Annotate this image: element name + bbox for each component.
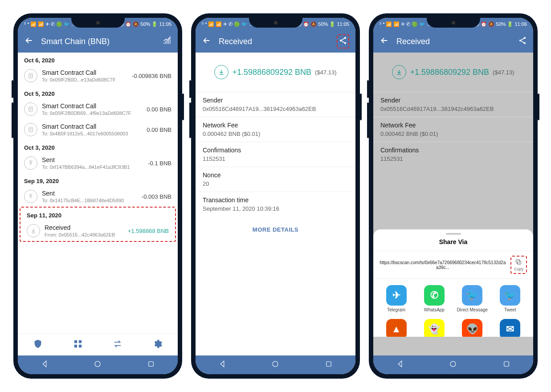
more-details-button[interactable]: MORE DETAILS (196, 216, 355, 243)
app-icon: ✆ (424, 285, 445, 306)
received-usd: ($47.13) (315, 69, 336, 76)
date-header: Oct 5, 2020 (18, 86, 178, 99)
copy-label: Copy (514, 267, 523, 271)
share-title: Share Via (373, 238, 533, 251)
nav-back-icon[interactable] (218, 360, 226, 370)
detail-label: Confirmations (380, 147, 526, 154)
tx-amount: -0.009836 BNB (132, 73, 171, 79)
share-icon[interactable] (337, 34, 349, 49)
nav-home-icon[interactable] (94, 360, 102, 370)
date-header: Oct 6, 2020 (18, 53, 178, 65)
app-bar: Received (196, 30, 355, 53)
share-app[interactable]: ✈Telegram (380, 285, 413, 313)
share-url: https://bscscan.com/tx/0x66e7a7266968023… (380, 260, 506, 270)
app-icon: 🐦 (462, 285, 482, 306)
transaction-row[interactable]: ReceivedFrom: 0x05516...42c4963a62EB+1.5… (20, 220, 175, 241)
tx-icon (24, 156, 37, 170)
back-icon[interactable] (202, 36, 212, 47)
date-header: Sep 19, 2020 (18, 173, 178, 186)
tx-amount: 0.00 BNB (147, 106, 171, 113)
transaction-row[interactable]: SentTo: 0x14175cB4E...1B68748e4D5890-0.0… (18, 186, 178, 207)
detail-label: Sender (203, 97, 348, 104)
share-app[interactable]: 🐦Direct Message (456, 285, 489, 313)
svg-rect-5 (74, 344, 77, 347)
app-bar: Received (373, 30, 533, 53)
detail-label: Network Fee (203, 122, 348, 129)
tx-title: Smart Contract Call (42, 123, 144, 130)
apps-icon[interactable] (73, 339, 83, 351)
nav-back-icon[interactable] (41, 360, 49, 370)
share-icon[interactable] (518, 36, 527, 47)
detail-row: Network Fee0.000462 BNB ($0.01) (373, 117, 533, 142)
detail-row: Transaction timeSeptember 11, 2020 10:39… (196, 192, 355, 216)
status-left: ³ ⁴ 📶 📶 ✈ ✆ 🟢 🐦 … (202, 21, 254, 27)
date-header: Oct 3, 2020 (18, 140, 178, 153)
share-app[interactable]: ▲ (380, 319, 413, 337)
chart-icon[interactable] (163, 36, 171, 47)
nav-home-icon[interactable] (449, 360, 457, 370)
detail-value: September 11, 2020 10:39:16 (203, 205, 348, 212)
phone-1: ³ ⁴ 📶 📶 ✈ ✆ 🟢 🐦 … Ⓝ ⏰ 🔕 50% 🔋 11:05 Smar… (13, 13, 182, 379)
share-app[interactable]: 👻 (417, 319, 451, 337)
share-sheet: Share Via https://bscscan.com/tx/0x66e7a… (373, 229, 533, 337)
app-icon: 🐦 (500, 285, 520, 306)
app-icon: ✈ (386, 285, 407, 306)
share-apps-row-1: ✈Telegram✆WhatsApp🐦Direct Message🐦Tweet (373, 279, 533, 319)
tx-title: Received (45, 224, 125, 231)
nav-recent-icon[interactable] (147, 360, 155, 370)
svg-rect-4 (78, 340, 81, 343)
status-right: Ⓝ ⏰ 🔕 50% 🔋 11:05 (119, 21, 171, 28)
nav-home-icon[interactable] (271, 360, 279, 370)
tx-subtitle: To: 0x05fF2B0D...e13aDd608C7F (42, 77, 129, 82)
svg-rect-13 (327, 362, 331, 367)
detail-label: Transaction time (203, 196, 348, 204)
status-right: Ⓝ ⏰ 🔕 50% 🔋 11:05 (297, 21, 349, 28)
share-app[interactable]: 👽 (456, 319, 489, 337)
detail-label: Network Fee (380, 122, 526, 129)
detail-value: 0.000462 BNB ($0.01) (203, 131, 348, 137)
detail-value: 0.000462 BNB ($0.01) (380, 131, 526, 137)
transaction-row[interactable]: Smart Contract CallTo: 0x05fF2B0DB69...4… (18, 99, 178, 119)
drag-handle[interactable] (446, 233, 461, 235)
tx-icon (24, 123, 37, 136)
svg-rect-6 (78, 344, 81, 347)
transaction-list[interactable]: Oct 6, 2020Smart Contract CallTo: 0x05fF… (18, 53, 178, 333)
tx-title: Smart Contract Call (42, 69, 129, 76)
system-nav (373, 355, 533, 374)
detail-value: 1152531 (203, 155, 348, 162)
nav-recent-icon[interactable] (325, 360, 333, 370)
svg-rect-8 (149, 362, 154, 367)
tx-subtitle: To: 0x14175cB4E...1B68748e4D5890 (42, 198, 139, 203)
svg-point-7 (95, 361, 100, 367)
nav-back-icon[interactable] (396, 360, 404, 370)
share-app[interactable]: 🐦Tweet (494, 285, 527, 313)
tx-amount: +1.598868 BNB (128, 228, 169, 234)
transaction-row[interactable]: Smart Contract CallTo: 0x4B0F1812e5...40… (18, 119, 178, 140)
tx-amount: 0.00 BNB (147, 127, 171, 133)
svg-rect-17 (518, 261, 521, 264)
back-icon[interactable] (24, 36, 34, 47)
back-icon[interactable] (380, 36, 389, 47)
app-label: WhatsApp (417, 307, 451, 313)
download-icon (214, 65, 229, 79)
swap-icon[interactable] (113, 339, 122, 351)
transaction-row[interactable]: Smart Contract CallTo: 0x05fF2B0D...e13a… (18, 65, 178, 86)
copy-button[interactable]: Copy (510, 256, 527, 274)
detail-row: Sender0x05516Cd46917A19...381942c4963a62… (373, 92, 533, 117)
transaction-row[interactable]: SentTo: 0xf147BB6394a...841eF41a3fC83B1-… (18, 153, 178, 173)
status-left: ³ ⁴ 📶 📶 ✈ ✆ 🟢 🐦 … (24, 21, 76, 27)
tx-icon (24, 102, 37, 116)
share-app[interactable]: ✉ (494, 319, 527, 337)
nav-recent-icon[interactable] (502, 360, 510, 370)
shield-icon[interactable] (33, 339, 43, 351)
tx-subtitle: To: 0xf147BB6394a...841eF41a3fC83B1 (42, 164, 145, 170)
app-bar: Smart Chain (BNB) (18, 30, 178, 53)
share-link-row: https://bscscan.com/tx/0x66e7a7266968023… (373, 251, 533, 279)
phone-3: ³ ⁴ 📶 📶 ✈ ✆ 🟢 🐦 … Ⓝ ⏰ 🔕 50% 🔋 11:06 Rece… (369, 13, 538, 379)
gear-icon[interactable] (153, 339, 163, 351)
detail-value: 0x05516Cd46917A19...381942c4963a62EB (203, 106, 348, 112)
share-app[interactable]: ✆WhatsApp (417, 285, 451, 313)
page-title: Received (396, 37, 518, 46)
share-apps-row-2: ▲👻👽✉ (373, 319, 533, 337)
detail-label: Sender (380, 97, 526, 104)
